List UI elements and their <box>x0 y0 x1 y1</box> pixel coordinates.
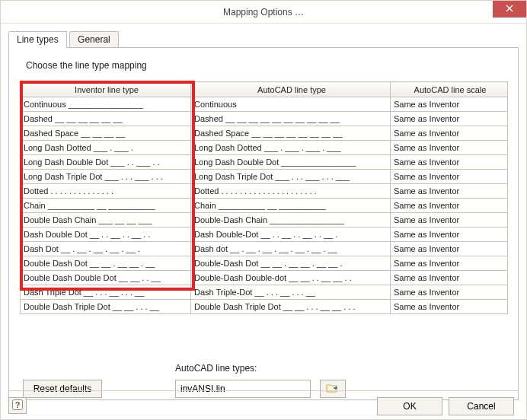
cell-inv[interactable]: Long Dash Dotted ___ . ___ . <box>21 141 191 155</box>
cell-acad[interactable]: Long Dash Dotted ___ . ___ . ___ . ___ <box>191 141 391 155</box>
ok-button[interactable]: OK <box>377 397 442 415</box>
close-button[interactable] <box>493 1 526 18</box>
cell-inv[interactable]: Dash Dot __ . __ . __ . __ . __ . <box>21 242 191 256</box>
line-types-panel: Choose the line type mapping Inventor li… <box>8 47 519 400</box>
cell-acad[interactable]: Dashed Space __ __ __ __ __ __ __ __ <box>191 126 391 141</box>
help-icon: ? <box>11 399 24 411</box>
cell-acad[interactable]: Dashed __ __ __ __ __ __ __ __ __ __ <box>191 112 391 126</box>
table-row[interactable]: Dashed __ __ __ __ __ __Dashed __ __ __ … <box>21 112 508 126</box>
cancel-button[interactable]: Cancel <box>449 397 514 415</box>
table-row[interactable]: Long Dash Dotted ___ . ___ .Long Dash Do… <box>21 141 508 155</box>
tab-line-types[interactable]: Line types <box>8 31 67 48</box>
cell-acad[interactable]: Dash dot __ . __ . __ . __ . __ . __ . _… <box>191 242 391 256</box>
cell-scale[interactable]: Same as Inventor <box>391 141 508 155</box>
table-row[interactable]: Dotted . . . . . . . . . . . . . .Dotted… <box>21 184 508 199</box>
cell-acad[interactable]: Double Dash Triple Dot __ __ . . . __ __… <box>191 300 391 314</box>
cell-scale[interactable]: Same as Inventor <box>391 228 508 242</box>
cell-inv[interactable]: Dotted . . . . . . . . . . . . . . <box>21 184 191 199</box>
cell-acad[interactable]: Dash Triple-Dot __ . . . __ . . . __ <box>191 285 391 300</box>
cell-acad[interactable]: Long Dash Triple Dot ___ . . . ___ . . .… <box>191 170 391 184</box>
filepath-label: AutoCAD line types: <box>175 363 257 374</box>
col-scale[interactable]: AutoCAD line scale <box>391 82 508 97</box>
cell-scale[interactable]: Same as Inventor <box>391 155 508 170</box>
prompt-label: Choose the line type mapping <box>26 60 507 71</box>
table-row[interactable]: Long Dash Triple Dot ___ . . . ___ . . .… <box>21 170 508 184</box>
cell-acad[interactable]: Double-Dash Double-dot __ __ . . __ __ .… <box>191 271 391 285</box>
table-row[interactable]: Double Dash Triple Dot __ __ . . . __Dou… <box>21 300 508 314</box>
cell-scale[interactable]: Same as Inventor <box>391 199 508 213</box>
cell-inv[interactable]: Double Dash Chain ___ __ __ ___ <box>21 213 191 228</box>
table-row[interactable]: Double Dash Dot __ __ . __ __ . __Double… <box>21 256 508 271</box>
cell-inv[interactable]: Dashed __ __ __ __ __ __ <box>21 112 191 126</box>
cell-acad[interactable]: Double-Dash Dot __ __ . __ __ . __ __ . <box>191 256 391 271</box>
cell-scale[interactable]: Same as Inventor <box>391 126 508 141</box>
cell-inv[interactable]: Double Dash Dot __ __ . __ __ . __ <box>21 256 191 271</box>
cell-inv[interactable]: Double Dash Triple Dot __ __ . . . __ <box>21 300 191 314</box>
cell-scale[interactable]: Same as Inventor <box>391 271 508 285</box>
cell-acad[interactable]: Continuous <box>191 97 391 112</box>
cell-scale[interactable]: Same as Inventor <box>391 300 508 314</box>
cell-scale[interactable]: Same as Inventor <box>391 285 508 300</box>
table-row[interactable]: Double Dash Chain ___ __ __ ___Double-Da… <box>21 213 508 228</box>
tab-general[interactable]: General <box>69 31 119 48</box>
cell-acad[interactable]: Long Dash Double Dot ________________ <box>191 155 391 170</box>
table-row[interactable]: Dash Double Dot __ . . __ . . __ . .Dash… <box>21 228 508 242</box>
tabstrip: Line types General <box>8 31 519 48</box>
cell-acad[interactable]: Double-Dash Chain ________________ <box>191 213 391 228</box>
cell-acad[interactable]: Dotted . . . . . . . . . . . . . . . . .… <box>191 184 391 199</box>
col-inventor[interactable]: Inventor line type <box>21 82 191 97</box>
cell-scale[interactable]: Same as Inventor <box>391 97 508 112</box>
cell-inv[interactable]: Double Dash Double Dot __ __ . . __ <box>21 271 191 285</box>
table-row[interactable]: Long Dash Double Dot ___ . . ___ . .Long… <box>21 155 508 170</box>
col-autocad[interactable]: AutoCAD line type <box>191 82 391 97</box>
cell-scale[interactable]: Same as Inventor <box>391 213 508 228</box>
table-row[interactable]: Dashed Space __ __ __ __Dashed Space __ … <box>21 126 508 141</box>
table-row[interactable]: Dash Dot __ . __ . __ . __ . __ .Dash do… <box>21 242 508 256</box>
svg-text:?: ? <box>15 400 21 409</box>
mapping-table[interactable]: Inventor line type AutoCAD line type Aut… <box>20 81 508 314</box>
cell-inv[interactable]: Long Dash Double Dot ___ . . ___ . . <box>21 155 191 170</box>
window-title: Mapping Options … <box>223 7 304 18</box>
cell-scale[interactable]: Same as Inventor <box>391 256 508 271</box>
table-row[interactable]: Chain __________ __ __________Chain ____… <box>21 199 508 213</box>
cell-acad[interactable]: Chain __________ __ __________ <box>191 199 391 213</box>
help-button[interactable]: ? <box>8 397 27 414</box>
cell-inv[interactable]: Chain __________ __ __________ <box>21 199 191 213</box>
table-row[interactable]: Continuous ________________ContinuousSam… <box>21 97 508 112</box>
footer-bar: ? OK Cancel <box>8 390 519 413</box>
cell-inv[interactable]: Dash Double Dot __ . . __ . . __ . . <box>21 228 191 242</box>
table-row[interactable]: Dash Triple Dot __ . . . __ . . . __Dash… <box>21 285 508 300</box>
close-icon <box>506 5 513 12</box>
cell-inv[interactable]: Dash Triple Dot __ . . . __ . . . __ <box>21 285 191 300</box>
cell-inv[interactable]: Long Dash Triple Dot ___ . . . ___ . . . <box>21 170 191 184</box>
table-row[interactable]: Double Dash Double Dot __ __ . . __Doubl… <box>21 271 508 285</box>
cell-scale[interactable]: Same as Inventor <box>391 242 508 256</box>
cell-scale[interactable]: Same as Inventor <box>391 112 508 126</box>
titlebar: Mapping Options … <box>1 1 526 24</box>
cell-inv[interactable]: Dashed Space __ __ __ __ <box>21 126 191 141</box>
cell-scale[interactable]: Same as Inventor <box>391 184 508 199</box>
cell-inv[interactable]: Continuous ________________ <box>21 97 191 112</box>
cell-scale[interactable]: Same as Inventor <box>391 170 508 184</box>
cell-acad[interactable]: Dash Double-Dot __ . . __ . . __ . . __ … <box>191 228 391 242</box>
